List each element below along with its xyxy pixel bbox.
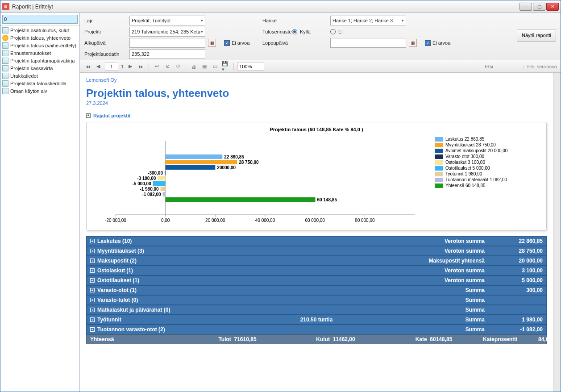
minimize-button[interactable]: — bbox=[519, 3, 532, 11]
stop-button[interactable]: ⊘ bbox=[163, 63, 171, 71]
summary-row[interactable]: +Työtunnit210,50 tuntiaSumma1 980,00 bbox=[86, 315, 547, 325]
sidebar-item[interactable]: Ennustemuutokset bbox=[0, 50, 79, 57]
close-button[interactable]: ✕ bbox=[546, 3, 559, 11]
summary-value: 20 000,00 bbox=[503, 258, 543, 264]
hanke-select[interactable]: Hanke 1; Hanke 2; Hanke 3▾ bbox=[330, 16, 406, 25]
laji-label: Laji bbox=[84, 18, 127, 23]
document-icon bbox=[2, 42, 8, 49]
totals-row: Yhteensä Tulot 71610,85 Kulut 11462,00 K… bbox=[86, 334, 547, 344]
sidebar-item[interactable]: Projektilista taloustiedoilla bbox=[0, 80, 79, 88]
layout-button[interactable]: ▤ bbox=[200, 63, 208, 71]
loppupaiva-input[interactable] bbox=[330, 38, 406, 48]
legend-item: Avoimet maksupostit 20 000,00 bbox=[435, 148, 542, 153]
show-report-button[interactable]: Näytä raportti bbox=[517, 29, 556, 42]
expand-icon: + bbox=[90, 249, 95, 253]
prev-page-button[interactable]: ◀ bbox=[94, 63, 102, 71]
app-icon: ▦ bbox=[2, 3, 9, 10]
vertical-scrollbar[interactable] bbox=[553, 73, 561, 392]
sidebar-item[interactable]: Projektin talous (vaihe-erittely) bbox=[0, 42, 79, 50]
legend-label: Ostotilaukset 5 000,00 bbox=[445, 166, 490, 171]
summary-value: 1 980,00 bbox=[503, 317, 543, 323]
company-link[interactable]: Lemonsoft Oy bbox=[86, 77, 547, 83]
sidebar: Projektin osatuloutus, kulutProjektin ta… bbox=[0, 13, 80, 392]
svg-text:-300,00: -300,00 bbox=[148, 171, 163, 175]
summary-row[interactable]: +Laskutus (10)Veroton summa22 860,85 bbox=[86, 236, 547, 246]
summary-right-label: Maksupostit yhteensä bbox=[429, 258, 485, 264]
plus-icon: + bbox=[86, 113, 91, 118]
find-input[interactable] bbox=[485, 64, 520, 69]
sidebar-item[interactable]: Projektin talous, yhteenveto bbox=[0, 34, 79, 42]
sidebar-item-label: Projektin tapahtumapäiväkirja bbox=[10, 58, 75, 63]
projekti-select[interactable]: 219 Talviuntentie 254; 235 Ketu▾ bbox=[129, 27, 205, 37]
sidebar-item[interactable]: Oman käytön alv bbox=[0, 88, 79, 95]
summary-row[interactable]: +Ostotilaukset (1)Veroton summa5 000,00 bbox=[86, 275, 547, 285]
find-next-link[interactable]: Etsi seuraava bbox=[527, 64, 557, 69]
expand-icon: + bbox=[90, 327, 95, 332]
legend-item: Työtunnit 1 980,00 bbox=[435, 171, 542, 176]
sidebar-search-input[interactable] bbox=[2, 15, 78, 24]
summary-value: 28 750,00 bbox=[503, 248, 543, 254]
legend-swatch bbox=[435, 172, 443, 176]
alkupaiva-input[interactable] bbox=[129, 38, 205, 48]
refresh-button[interactable]: ⟳ bbox=[174, 63, 182, 71]
svg-text:60 148,85: 60 148,85 bbox=[317, 197, 337, 202]
selected-icon bbox=[2, 35, 8, 41]
summary-row[interactable]: +Myyntitilaukset (3)Veroton summa28 750,… bbox=[86, 246, 547, 256]
loppupaiva-calendar-icon[interactable]: ▦ bbox=[409, 39, 417, 47]
projektisuodatin-input[interactable]: 235,322 bbox=[129, 49, 205, 59]
tulosennuste-ei-radio[interactable] bbox=[330, 29, 336, 34]
sidebar-item-label: Projektin talous, yhteenveto bbox=[10, 35, 71, 41]
svg-text:-5 000,00: -5 000,00 bbox=[132, 181, 151, 186]
alkupaiva-calendar-icon[interactable]: ▦ bbox=[208, 39, 216, 47]
svg-rect-24 bbox=[153, 181, 166, 186]
sidebar-item[interactable]: Projektin tapahtumapäiväkirja bbox=[0, 57, 79, 65]
loppupaiva-label: Loppupäivä bbox=[262, 40, 289, 46]
sidebar-item[interactable]: Projektin osatuloutus, kulut bbox=[0, 27, 79, 34]
summary-right-label: Veroton summa bbox=[445, 238, 485, 244]
rajatut-projektit-expander[interactable]: + Rajatut projektit bbox=[86, 113, 547, 118]
svg-text:22 860,85: 22 860,85 bbox=[224, 154, 244, 159]
expand-icon: + bbox=[90, 239, 95, 243]
legend-swatch bbox=[435, 166, 443, 171]
first-page-button[interactable]: ⏮ bbox=[83, 63, 91, 71]
last-page-button[interactable]: ⏭ bbox=[137, 63, 145, 71]
summary-row[interactable]: +Varasto-otot (1)Summa300,00 bbox=[86, 285, 547, 295]
legend-item: Myyntitilaukset 28 750,00 bbox=[435, 142, 542, 147]
summary-row[interactable]: +Varasto-tulot (0)Summa bbox=[86, 295, 547, 305]
filter-panel: Laji Projektit; Tuntityöt▾ Hanke Hanke 1… bbox=[80, 13, 561, 60]
summary-label: Työtunnit bbox=[97, 317, 121, 323]
legend-swatch bbox=[435, 154, 443, 159]
laji-select[interactable]: Projektit; Tuntityöt▾ bbox=[129, 16, 205, 25]
export-button[interactable]: 💾▾ bbox=[222, 63, 230, 71]
sidebar-item[interactable]: Projektin kassavirta bbox=[0, 65, 79, 72]
back-button[interactable]: ↩ bbox=[153, 63, 161, 71]
sidebar-item-label: Urakkatiedot bbox=[10, 73, 38, 79]
expand-icon: + bbox=[90, 317, 95, 322]
summary-label: Tuotannon varasto-otot (2) bbox=[97, 326, 165, 333]
legend-swatch bbox=[435, 143, 443, 147]
summary-row[interactable]: +Maksupostit (2)Maksupostit yhteensä20 0… bbox=[86, 256, 547, 266]
chart-legend: Laskutus 22 860,85Myyntitilaukset 28 750… bbox=[435, 137, 542, 189]
zoom-input[interactable] bbox=[237, 63, 264, 71]
window-title: Raportit | Erittelyt bbox=[12, 4, 53, 10]
page-setup-button[interactable]: ▭ bbox=[211, 63, 219, 71]
summary-row[interactable]: +Ostolaskut (1)Veroton summa3 100,00 bbox=[86, 266, 547, 275]
summary-row[interactable]: +Tuotannon varasto-otot (2)Summa-1 082,0… bbox=[86, 325, 547, 334]
legend-item: Yhteensä 60 148,85 bbox=[435, 183, 542, 188]
maximize-button[interactable]: ▢ bbox=[533, 3, 545, 11]
svg-text:28 750,00: 28 750,00 bbox=[239, 160, 259, 165]
tulosennuste-kylla-radio[interactable] bbox=[292, 29, 297, 34]
summary-row[interactable]: +Matkalaskut ja päivärahat (0)Summa bbox=[86, 305, 547, 315]
next-page-button[interactable]: ▶ bbox=[126, 63, 134, 71]
loppupaiva-eiarvoa-checkbox[interactable]: ✓ bbox=[425, 40, 431, 46]
print-button[interactable]: 🖨 bbox=[190, 63, 198, 71]
page-input[interactable] bbox=[105, 63, 118, 71]
document-icon bbox=[2, 88, 8, 94]
alkupaiva-eiarvoa-checkbox[interactable]: ✓ bbox=[224, 40, 230, 46]
document-icon bbox=[2, 50, 8, 56]
legend-swatch bbox=[435, 137, 443, 142]
report-body: Lemonsoft Oy Projektin talous, yhteenvet… bbox=[80, 73, 553, 392]
summary-value: -1 082,00 bbox=[503, 326, 543, 333]
sidebar-item[interactable]: Urakkatiedot bbox=[0, 72, 79, 80]
summary-right-label: Summa bbox=[465, 287, 485, 293]
